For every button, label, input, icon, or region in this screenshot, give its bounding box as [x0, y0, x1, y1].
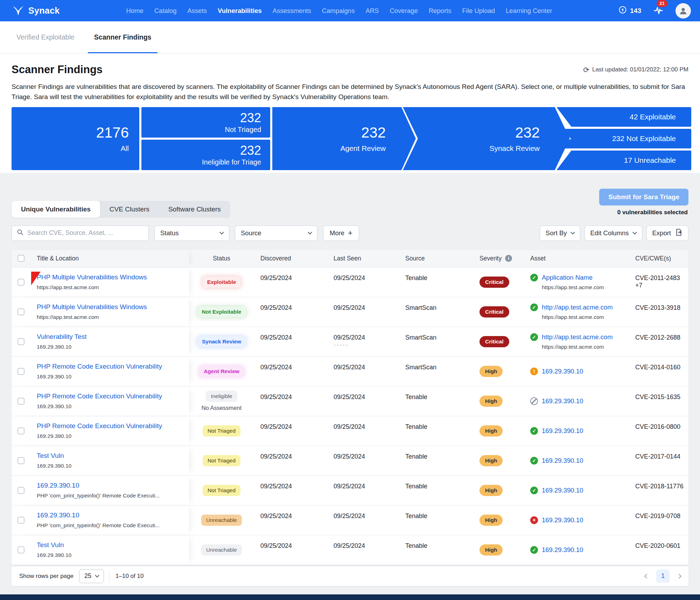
row-checkbox[interactable] — [18, 398, 24, 405]
asset-link[interactable]: http://app.test.acme.com — [542, 304, 613, 311]
finding-title-link[interactable]: PHP Remote Code Execution Vulnerability — [37, 363, 162, 370]
nav-link[interactable]: Catalog — [154, 7, 177, 15]
tab-scanner-findings[interactable]: Scanner Findings — [94, 21, 152, 53]
severity-info-icon[interactable]: i — [505, 255, 512, 262]
page-number-button[interactable]: 1 — [656, 570, 670, 583]
asset-link[interactable]: Application Name — [542, 274, 593, 281]
asset-link[interactable]: 169.29.390.10 — [542, 427, 583, 435]
finding-title-link[interactable]: PHP Multiple Vulnerabilities Windows — [37, 273, 147, 281]
refresh-icon[interactable]: ⟳ — [583, 66, 589, 74]
funnel-outcome[interactable]: 42 Exploitable — [556, 107, 691, 127]
asset-link[interactable]: 169.29.390.10 — [542, 457, 583, 465]
severity-pill: Critical — [479, 306, 509, 318]
nav-link[interactable]: Assessments — [273, 7, 311, 15]
footer-bar — [0, 594, 700, 600]
findings-table: Title & Location Status Discovered Last … — [12, 250, 688, 565]
nav-link[interactable]: Learning Center — [506, 7, 552, 15]
severity-cell: High — [473, 505, 524, 535]
funnel-not-triaged[interactable]: 232 Not Triaged — [141, 107, 270, 138]
severity-pill: Critical — [479, 277, 509, 288]
title-location-cell: PHP Remote Code Execution Vulnerability … — [12, 386, 189, 416]
search-input[interactable] — [27, 229, 144, 237]
finding-location: 169.29.390.10 — [37, 403, 183, 410]
last-seen-cell: 09/25/2024 — [327, 535, 399, 565]
funnel-all[interactable]: 2176 All — [12, 107, 139, 170]
nav-link[interactable]: Reports — [429, 7, 451, 15]
previous-page-button[interactable] — [645, 574, 649, 578]
nav-link[interactable]: Coverage — [390, 7, 418, 15]
plus-icon: + — [348, 229, 352, 237]
asset-link[interactable]: 169.29.390.10 — [542, 397, 583, 405]
row-checkbox[interactable] — [18, 546, 24, 553]
credits-counter[interactable]: 143 — [618, 6, 641, 16]
title-location-cell: PHP Remote Code Execution Vulnerability … — [12, 416, 189, 446]
finding-title-link[interactable]: PHP Multiple Vulnerabilities Windows — [37, 303, 147, 311]
row-checkbox[interactable] — [18, 427, 24, 434]
status-filter-dropdown[interactable]: Status — [154, 225, 229, 241]
asset-link[interactable]: http://app.test.acme.com — [542, 333, 613, 341]
more-filters-button[interactable]: More + — [323, 225, 359, 241]
status-badge: Not Triaged — [203, 485, 240, 496]
user-avatar[interactable] — [676, 3, 691, 19]
severity-pill: High — [479, 485, 503, 496]
status-cell: Agent Review — [189, 357, 254, 386]
table-header-row: Title & Location Status Discovered Last … — [12, 250, 688, 267]
row-checkbox[interactable] — [18, 368, 24, 375]
discovered-cell: 09/25/2024 — [254, 267, 327, 297]
source-cell: SmartScan — [399, 297, 473, 327]
more-dates-indicator[interactable]: ····· — [334, 343, 393, 346]
asset-link[interactable]: 169.29.390.10 — [542, 516, 583, 524]
finding-title-link[interactable]: 169.29.390.10 — [37, 511, 79, 519]
view-tab[interactable]: Software Clusters — [159, 201, 230, 218]
submit-for-sara-triage-button[interactable]: Submit for Sara Triage — [599, 189, 688, 205]
nav-link[interactable]: Home — [126, 7, 143, 15]
select-all-checkbox[interactable] — [18, 255, 24, 262]
asset-link[interactable]: 169.29.390.10 — [542, 546, 583, 554]
tab-verified-exploitable[interactable]: Verified Exploitable — [16, 21, 75, 53]
finding-title-link[interactable]: PHP Remote Code Execution Vulnerability — [37, 422, 162, 430]
last-seen-cell: 09/25/2024 — [327, 446, 399, 475]
view-tab[interactable]: Unique Vulnerabilities — [12, 201, 100, 218]
source-cell: Tenable — [399, 386, 473, 416]
search-box — [12, 225, 149, 241]
finding-title-link[interactable]: Vulnerability Test — [37, 333, 87, 341]
column-cve: CVE/CWE(s) — [629, 250, 691, 267]
table-body: PHP Multiple Vulnerabilities Windows htt… — [12, 267, 688, 565]
finding-title-link[interactable]: PHP Remote Code Execution Vulnerability — [37, 392, 162, 400]
nav-link[interactable]: File Upload — [462, 7, 495, 15]
view-tab[interactable]: CVE Clusters — [100, 201, 159, 218]
brand[interactable]: Synack — [12, 5, 59, 17]
rows-per-page-select[interactable]: 25 — [79, 569, 104, 583]
nav-links: Home Catalog Assets Vulnerabilities Asse… — [126, 7, 552, 15]
nav-link[interactable]: Vulnerabilities — [218, 7, 262, 15]
source-cell: Tenable — [399, 505, 473, 535]
activity-notifications[interactable]: 21 — [653, 5, 664, 17]
last-updated: ⟳ Last updated: 01/01/2022; 12:00 PM — [583, 66, 688, 74]
asset-link[interactable]: 169.29.390.10 — [542, 368, 583, 375]
finding-title-link[interactable]: 169.29.390.10 — [37, 482, 79, 489]
row-checkbox[interactable] — [18, 487, 24, 494]
funnel-agent-review[interactable]: 232 Agent Review — [272, 107, 416, 170]
row-checkbox[interactable] — [18, 279, 24, 286]
edit-columns-dropdown[interactable]: Edit Columns — [584, 225, 642, 241]
finding-title-link[interactable]: Test Vuln — [37, 541, 64, 549]
funnel-ineligible[interactable]: 232 Ineligible for Triage — [141, 140, 270, 170]
export-button[interactable]: Export — [646, 225, 688, 241]
cve-cell: CVE-2014-0160 — [629, 357, 691, 386]
row-checkbox[interactable] — [18, 308, 24, 315]
funnel-synack-review[interactable]: 232 Synack Review — [403, 107, 570, 170]
nav-link[interactable]: Campaigns — [322, 7, 355, 15]
funnel-outcome[interactable]: 17 Unreachable — [556, 151, 691, 170]
nav-link[interactable]: ARS — [365, 7, 379, 15]
source-filter-dropdown[interactable]: Source — [235, 225, 317, 241]
finding-title-link[interactable]: Test Vuln — [37, 452, 64, 460]
funnel-outcome[interactable]: 232 Not Exploitable — [556, 129, 691, 148]
asset-link[interactable]: 169.29.390.10 — [542, 487, 583, 494]
nav-link[interactable]: Assets — [188, 7, 207, 15]
row-checkbox[interactable] — [18, 517, 24, 524]
last-seen-cell: 09/25/2024 — [327, 267, 399, 297]
row-checkbox[interactable] — [18, 457, 24, 464]
next-page-button[interactable] — [677, 574, 681, 578]
sort-by-dropdown[interactable]: Sort By — [540, 225, 580, 241]
row-checkbox[interactable] — [18, 338, 24, 345]
